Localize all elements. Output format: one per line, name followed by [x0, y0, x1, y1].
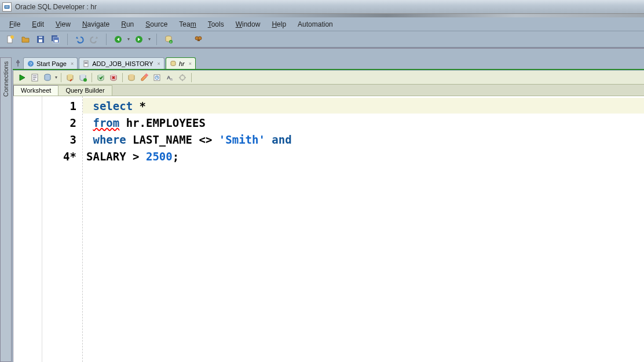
- tab-add-job-history[interactable]: ADD_JOB_HISTORY ×: [79, 57, 164, 69]
- find-button[interactable]: [193, 34, 204, 45]
- explain-plan-button[interactable]: [42, 72, 53, 83]
- sql-conn-icon: [170, 60, 177, 67]
- sql-file-icon: [83, 60, 90, 67]
- new-file-button[interactable]: [5, 34, 16, 45]
- tab-hr[interactable]: hr ×: [166, 57, 196, 69]
- breakpoint-gutter[interactable]: [13, 96, 42, 362]
- code-text[interactable]: select * from hr.EMPLOYEES where LAST_NA…: [83, 96, 644, 362]
- code-editor[interactable]: 1234* select * from hr.EMPLOYEES where L…: [13, 96, 644, 362]
- run-script-button[interactable]: [30, 72, 40, 83]
- menu-navigate[interactable]: Navigate: [78, 19, 114, 30]
- menu-view[interactable]: View: [51, 19, 75, 30]
- menu-edit[interactable]: Edit: [27, 19, 49, 30]
- close-icon[interactable]: ×: [71, 61, 74, 67]
- menu-team[interactable]: Team: [174, 19, 200, 30]
- svg-rect-7: [39, 36, 42, 38]
- tab-start-page[interactable]: ? Start Page ×: [23, 57, 78, 69]
- save-button[interactable]: [35, 34, 46, 45]
- svg-point-4: [10, 35, 14, 39]
- separator: [106, 34, 107, 45]
- connections-panel[interactable]: Connections: [0, 57, 12, 362]
- autotrace-button[interactable]: [65, 72, 75, 83]
- close-icon[interactable]: ×: [189, 61, 192, 67]
- to-upper-button[interactable]: Aa: [164, 72, 175, 83]
- tab-label: ADD_JOB_HISTORY: [92, 60, 153, 67]
- sql-tuning-button[interactable]: [78, 72, 88, 83]
- menu-window[interactable]: Window: [231, 19, 265, 30]
- svg-rect-6: [39, 39, 42, 42]
- svg-point-29: [83, 78, 87, 82]
- menu-source[interactable]: Source: [141, 19, 172, 30]
- save-all-button[interactable]: [50, 34, 61, 45]
- settings-button[interactable]: [177, 72, 188, 83]
- menu-file[interactable]: File: [5, 19, 25, 30]
- svg-rect-22: [85, 62, 87, 63]
- open-folder-button[interactable]: [20, 34, 31, 45]
- svg-rect-18: [197, 39, 200, 41]
- menu-help[interactable]: Help: [267, 19, 291, 30]
- run-button[interactable]: [17, 72, 27, 83]
- connections-label: Connections: [2, 61, 9, 97]
- sub-tab-worksheet[interactable]: Worksheet: [13, 85, 58, 96]
- svg-rect-10: [54, 40, 58, 42]
- menu-bar: File Edit View Navigate Run Source Team …: [0, 17, 644, 31]
- close-icon[interactable]: ×: [158, 61, 160, 67]
- separator: [156, 34, 157, 45]
- window-titlebar: Oracle SQL Developer : hr: [0, 0, 644, 14]
- svg-rect-2: [5, 7, 9, 8]
- nav-back-button[interactable]: [112, 34, 124, 45]
- main-area: Connections ? Start Page × ADD_JOB_HISTO…: [0, 47, 644, 362]
- sub-tab-query-builder[interactable]: Query Builder: [58, 85, 112, 96]
- menu-run[interactable]: Run: [116, 19, 138, 30]
- redo-button[interactable]: [89, 34, 100, 45]
- rollback-button[interactable]: [108, 72, 119, 83]
- main-toolbar: ▾ ▾ +: [0, 31, 644, 47]
- menu-automation[interactable]: Automation: [293, 19, 338, 30]
- undo-button[interactable]: [74, 34, 85, 45]
- tab-label: Start Page: [36, 60, 67, 67]
- svg-rect-23: [85, 63, 87, 64]
- separator: [61, 73, 61, 82]
- tab-label: hr: [179, 60, 185, 67]
- sql-history-button[interactable]: [152, 72, 162, 83]
- separator: [67, 34, 68, 45]
- editor-sub-tabs: Worksheet Query Builder: [13, 85, 644, 96]
- svg-text:?: ?: [30, 61, 32, 67]
- nav-forward-button[interactable]: [133, 34, 145, 45]
- pin-icon[interactable]: [14, 58, 22, 69]
- sql-icon-button[interactable]: +: [163, 34, 174, 45]
- separator: [122, 73, 123, 82]
- editor-toolbar: ▾ Aa: [13, 71, 644, 85]
- svg-text:a: a: [170, 77, 173, 81]
- app-icon: [2, 2, 12, 12]
- unshared-sql-button[interactable]: [126, 72, 137, 83]
- commit-button[interactable]: [96, 72, 106, 83]
- line-number-gutter: 1234*: [42, 96, 83, 362]
- separator: [191, 73, 192, 82]
- svg-text:+: +: [170, 40, 172, 43]
- document-tabs: ? Start Page × ADD_JOB_HISTORY × hr ×: [13, 57, 644, 70]
- menu-tools[interactable]: Tools: [203, 19, 229, 30]
- separator: [92, 73, 92, 82]
- window-title: Oracle SQL Developer : hr: [15, 3, 97, 11]
- question-icon: ?: [27, 60, 34, 67]
- editor-wrapper: ▾ Aa Worksheet Query Builder 1234* selec…: [13, 71, 644, 362]
- clear-button[interactable]: [139, 72, 149, 83]
- svg-rect-1: [5, 6, 9, 6]
- svg-point-38: [180, 75, 185, 80]
